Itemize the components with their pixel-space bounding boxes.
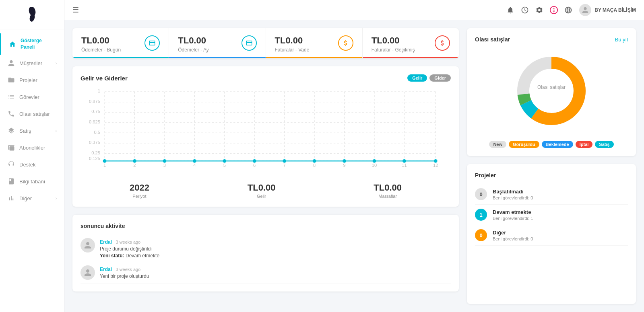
stat-label-ay: Ödemeler - Ay: [178, 47, 208, 53]
card-icon-ay: [242, 35, 257, 51]
activity-body-0: Erdal 3 weeks ago Proje durumu değiştiri…: [100, 238, 451, 259]
menu-toggle-button[interactable]: ☰: [72, 6, 79, 14]
sidebar-item-satis-label: Satış: [19, 128, 52, 134]
gider-badge[interactable]: Gider: [429, 74, 451, 82]
sidebar-item-projeler[interactable]: Projeler: [0, 72, 64, 88]
activity-name-0[interactable]: Erdal: [100, 239, 112, 245]
project-info-1: Devam etmekte Beni görevlendirdi: 1: [493, 209, 533, 221]
sidebar-item-destek-label: Destek: [19, 162, 57, 168]
project-name-2: Diğer: [493, 230, 533, 236]
periyot-label: Periyot: [130, 194, 149, 199]
svg-text:0.75: 0.75: [91, 109, 100, 114]
dollar-circle-icon[interactable]: [549, 6, 558, 14]
sidebar-item-diger[interactable]: Diğer ›: [0, 190, 64, 207]
project-item-0: 0 Başlatılmadı Beni görevlendirdi: 0: [475, 184, 628, 205]
dollar-icon-vade: [338, 35, 353, 51]
activity-text-1: Yeni bir proje oluşturdu: [100, 273, 451, 279]
chart-title: Gelir ve Giderler: [80, 75, 128, 82]
chart-stat-periyot: 2022 Periyot: [130, 183, 149, 199]
legend-satis[interactable]: Satış: [595, 141, 613, 148]
stat-amount-ay: TL0.00: [178, 35, 208, 46]
sidebar-item-projeler-label: Projeler: [19, 77, 57, 83]
legend-new[interactable]: New: [489, 141, 506, 148]
svg-text:0.5: 0.5: [94, 130, 100, 135]
activity-name-1[interactable]: Erdal: [100, 267, 112, 272]
activity-avatar-1: [80, 265, 95, 280]
project-info-0: Başlatılmadı Beni görevlendirdi: 0: [493, 189, 533, 200]
logo: [0, 0, 64, 29]
sidebar-nav: GöstergePaneli Müşteriler › Projeler Gör…: [0, 29, 64, 312]
svg-text:Olası satışlar: Olası satışlar: [537, 84, 566, 90]
sidebar-item-musteriler-label: Müşteriler: [19, 60, 52, 66]
stat-bar-vade: [266, 57, 362, 58]
stat-card-odemeler-ay: TL0.00 Ödemeler - Ay: [169, 28, 266, 58]
olasi-year[interactable]: Bu yıl: [615, 37, 628, 43]
person-icon: [7, 59, 15, 67]
gelir-badge[interactable]: Gelir: [407, 74, 427, 82]
svg-point-32: [133, 159, 136, 163]
donut-chart: Olası satışlar: [511, 51, 592, 131]
clock-icon[interactable]: [520, 6, 529, 14]
svg-text:0.125: 0.125: [89, 156, 100, 161]
chevron-right-icon: ›: [56, 61, 57, 66]
stat-cards: TL0.00 Ödemeler - Bugün TL0.00 Ödemeler: [72, 28, 459, 58]
projects-title: Projeler: [475, 172, 628, 179]
sidebar-item-gorevler[interactable]: Görevler: [0, 88, 64, 105]
sidebar-item-destek[interactable]: Destek: [0, 156, 64, 173]
donut-container: Olası satışlar: [475, 47, 628, 135]
notification-icon[interactable]: [506, 6, 515, 14]
sidebar-item-satis[interactable]: Satış ›: [0, 122, 64, 139]
card-icon-bugun: [144, 35, 160, 51]
bar-chart-icon: [7, 194, 15, 202]
legend-gorusuldu[interactable]: Görüşüldu: [509, 141, 539, 148]
sidebar-item-abonelikler-label: Abonelikler: [19, 145, 57, 151]
content-right: Olası satışlar Bu yıl O: [467, 28, 636, 304]
periyot-value: 2022: [130, 183, 149, 193]
activity-item-1: Erdal 3 weeks ago Yeni bir proje oluştur…: [80, 262, 451, 283]
project-count-2: 0: [475, 229, 487, 241]
chart-stats: 2022 Periyot TL0.00 Gelir TL0.00 Masrafl…: [80, 176, 451, 199]
project-item-1: 1 Devam etmekte Beni görevlendirdi: 1: [475, 205, 628, 225]
chart-section: Gelir ve Giderler Gelir Gider 1 0.875 0.…: [72, 66, 459, 207]
svg-text:0.375: 0.375: [89, 140, 100, 145]
olasi-title: Olası satışlar: [475, 36, 510, 43]
legend-iptal[interactable]: İptal: [576, 141, 593, 148]
svg-text:7: 7: [283, 163, 286, 168]
sidebar-item-olasi-satislar[interactable]: Olası satışlar: [0, 105, 64, 122]
chevron-right-satis-icon: ›: [56, 129, 57, 133]
stat-label-gecikmis: Faturalar - Geçikmiş: [372, 47, 415, 53]
svg-point-33: [163, 159, 166, 163]
activity-status-0: Yeni statü: Devam etmekte: [100, 253, 451, 259]
phone-icon: [7, 110, 15, 118]
sidebar-item-abonelikler[interactable]: Abonelikler: [0, 139, 64, 156]
svg-text:0.875: 0.875: [89, 99, 100, 104]
sidebar-item-gosterge[interactable]: GöstergePaneli: [0, 33, 64, 55]
content-area: TL0.00 Ödemeler - Bugün TL0.00 Ödemeler: [64, 20, 644, 312]
donut-legend: New Görüşüldu Beklemede İptal Satış: [475, 141, 628, 148]
svg-text:11: 11: [402, 163, 407, 168]
sidebar-item-bilgi-tabani[interactable]: Bilgi tabanı: [0, 173, 64, 190]
globe-icon[interactable]: [564, 6, 573, 14]
stat-amount-vade: TL0.00: [275, 35, 310, 46]
stat-bar-bugun: [72, 57, 169, 58]
gelir-label: Gelir: [248, 194, 276, 199]
legend-beklemede[interactable]: Beklemede: [542, 141, 573, 148]
olasi-section: Olası satışlar Bu yıl O: [467, 28, 636, 156]
chart-badges: Gelir Gider: [407, 74, 451, 82]
chart-stat-gelir: TL0.00 Gelir: [248, 183, 276, 199]
sidebar-item-musteriler[interactable]: Müşteriler ›: [0, 55, 64, 72]
project-info-2: Diğer Beni görevlendirdi: 0: [493, 230, 533, 241]
chart-stat-masraflar: TL0.00 Masraflar: [374, 183, 402, 199]
project-sub-1: Beni görevlendirdi: 1: [493, 216, 533, 221]
book-icon: [7, 177, 15, 185]
activity-text-0: Proje durumu değiştirildi: [100, 246, 451, 252]
stat-bar-gecikmis: [363, 57, 459, 58]
svg-text:10: 10: [372, 163, 377, 168]
settings-icon[interactable]: [535, 6, 544, 14]
chevron-right-diger-icon: ›: [56, 196, 57, 201]
svg-point-35: [223, 159, 226, 163]
sidebar-item-diger-label: Diğer: [19, 195, 52, 201]
svg-text:4: 4: [193, 163, 196, 168]
activity-body-1: Erdal 3 weeks ago Yeni bir proje oluştur…: [100, 265, 451, 279]
sidebar: GöstergePaneli Müşteriler › Projeler Gör…: [0, 0, 64, 312]
